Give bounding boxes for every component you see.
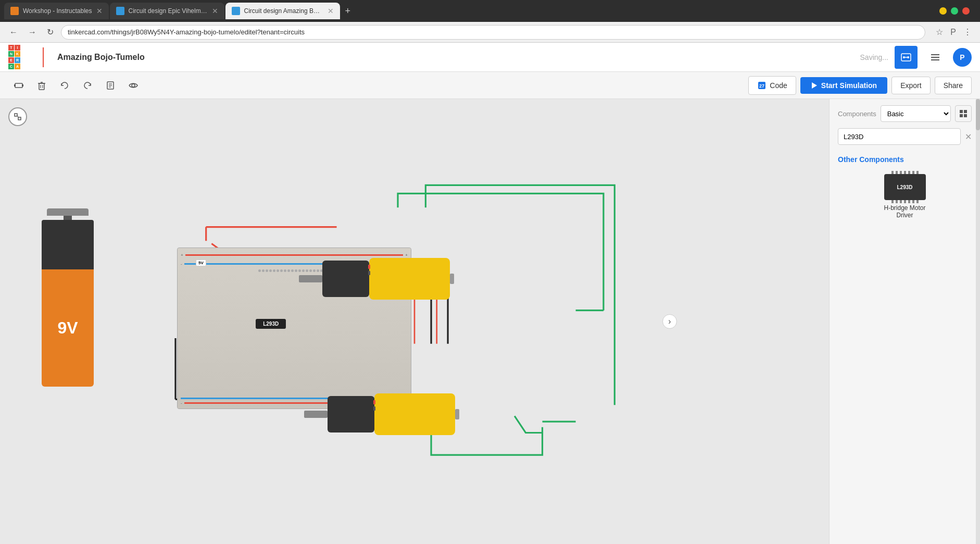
list-icon	[929, 52, 941, 63]
circuit-view-button[interactable]	[895, 46, 918, 69]
chip-pins-bottom	[891, 200, 919, 203]
tab-workshop-label: Workshop - Instructables	[23, 7, 92, 15]
code-label: Code	[770, 81, 787, 90]
sidebar: Components Basic ✕ Other Components	[829, 99, 980, 544]
window-controls	[939, 7, 976, 15]
menu-button[interactable]: ⋮	[961, 25, 974, 39]
tab-workshop-close[interactable]: ✕	[96, 7, 103, 15]
svg-rect-4	[931, 54, 939, 55]
url-input[interactable]: tinkercad.com/things/jrB08Wy5N4Y-amazing…	[61, 25, 925, 40]
forward-button[interactable]: →	[25, 26, 40, 39]
notes-button[interactable]	[100, 75, 121, 96]
circuit1-favicon	[116, 7, 124, 15]
motor-top	[299, 258, 454, 300]
fit-view-button[interactable]	[8, 107, 27, 126]
svg-rect-5	[931, 57, 939, 58]
svg-marker-22	[812, 82, 817, 89]
tab-circuit2-label: Circuit design Amazing Bojo-Tum...	[244, 7, 323, 15]
main-content: 9V + + - 5V	[0, 99, 980, 544]
profile-button[interactable]: P	[948, 25, 958, 39]
export-label: Export	[900, 81, 921, 90]
sidebar-expand-chevron[interactable]: ›	[662, 314, 677, 329]
share-button[interactable]: Share	[935, 77, 972, 94]
tab-circuit2-close[interactable]: ✕	[328, 7, 334, 15]
sidebar-scrollbar[interactable]	[976, 99, 980, 544]
svg-rect-40	[960, 110, 963, 113]
saving-status: Saving...	[860, 53, 888, 61]
bookmark-button[interactable]: ☆	[934, 25, 945, 39]
sidebar-header: Components Basic	[830, 99, 980, 128]
play-icon	[811, 82, 818, 89]
url-text: tinkercad.com/things/jrB08Wy5N4Y-amazing…	[68, 28, 305, 36]
battery: 9V	[36, 208, 99, 406]
user-avatar[interactable]: P	[953, 48, 972, 67]
circuit-wires	[0, 99, 829, 544]
project-title: Amazing Bojo-Tumelo	[57, 53, 145, 62]
tab-workshop[interactable]: Workshop - Instructables ✕	[4, 3, 109, 19]
address-icons: ☆ P ⋮	[934, 25, 974, 39]
eye-icon	[128, 80, 139, 91]
code-icon: 27	[757, 81, 767, 90]
notes-icon	[105, 80, 116, 91]
undo-button[interactable]	[54, 75, 75, 96]
svg-rect-23	[15, 114, 17, 116]
svg-rect-24	[18, 117, 21, 120]
tinkercad-brand	[43, 47, 44, 67]
tab-circuit1-label: Circuit design Epic Vihelmo-Bige...	[129, 7, 208, 15]
voltage-label: 5V	[196, 259, 206, 266]
maximize-button[interactable]	[951, 7, 958, 15]
close-button[interactable]	[962, 7, 970, 15]
components-button[interactable]	[8, 75, 29, 96]
svg-point-1	[903, 56, 905, 58]
list-grid-icon	[959, 109, 968, 118]
tab-circuit1-close[interactable]: ✕	[212, 7, 218, 15]
svg-rect-42	[960, 114, 963, 117]
svg-rect-43	[964, 114, 967, 117]
circuit2-favicon	[232, 7, 240, 15]
circuit-icon	[900, 52, 912, 63]
sidebar-components-list: L293D H-bridge MotorDriver	[830, 168, 980, 544]
reload-button[interactable]: ↻	[44, 25, 57, 39]
chip-pins-top	[891, 171, 919, 174]
start-simulation-button[interactable]: Start Simulation	[800, 77, 887, 94]
search-row: ✕	[830, 128, 980, 151]
svg-rect-7	[15, 83, 22, 88]
components-type-select[interactable]: Basic	[881, 105, 951, 122]
other-components-label: Other Components	[830, 151, 980, 168]
chip-on-breadboard: L293D	[256, 319, 286, 329]
motor-bottom	[304, 393, 459, 435]
svg-text:27: 27	[759, 83, 764, 89]
component-item-l293d[interactable]: L293D H-bridge MotorDriver	[830, 168, 980, 225]
scrollbar-thumb[interactable]	[976, 99, 980, 130]
browser-chrome: Workshop - Instructables ✕ Circuit desig…	[0, 0, 980, 43]
tab-circuit2[interactable]: Circuit design Amazing Bojo-Tum... ✕	[225, 3, 340, 19]
canvas-area[interactable]: 9V + + - 5V	[0, 99, 829, 544]
redo-icon	[82, 80, 93, 91]
tab-circuit1[interactable]: Circuit design Epic Vihelmo-Bige... ✕	[110, 3, 224, 19]
view-button[interactable]	[123, 75, 144, 96]
list-view-button[interactable]	[924, 46, 947, 69]
tinkercad-logo[interactable]: T I N K E R C A	[8, 45, 33, 69]
toolbar: 27 Code Start Simulation Export Share	[0, 72, 980, 99]
svg-rect-41	[964, 110, 967, 113]
component-name: H-bridge MotorDriver	[884, 204, 925, 219]
svg-rect-8	[14, 84, 16, 86]
new-tab-button[interactable]: +	[341, 6, 355, 17]
svg-rect-10	[39, 83, 44, 90]
tab-bar: Workshop - Instructables ✕ Circuit desig…	[0, 0, 980, 22]
svg-rect-9	[22, 84, 23, 86]
search-clear-button[interactable]: ✕	[965, 132, 972, 142]
app-header: T I N K E R C A Amazing Bojo-Tumelo Savi…	[0, 43, 980, 72]
component-search-input[interactable]	[838, 128, 961, 145]
export-button[interactable]: Export	[891, 77, 930, 94]
component-chip-image: L293D	[884, 174, 926, 200]
components-icon	[13, 80, 24, 91]
redo-button[interactable]	[77, 75, 98, 96]
trash-icon	[36, 80, 47, 91]
back-button[interactable]: ←	[6, 26, 21, 39]
delete-button[interactable]	[31, 75, 52, 96]
minimize-button[interactable]	[939, 7, 947, 15]
sidebar-list-view-button[interactable]	[955, 105, 972, 122]
fit-view-icon	[14, 113, 22, 121]
code-button[interactable]: 27 Code	[748, 76, 796, 95]
